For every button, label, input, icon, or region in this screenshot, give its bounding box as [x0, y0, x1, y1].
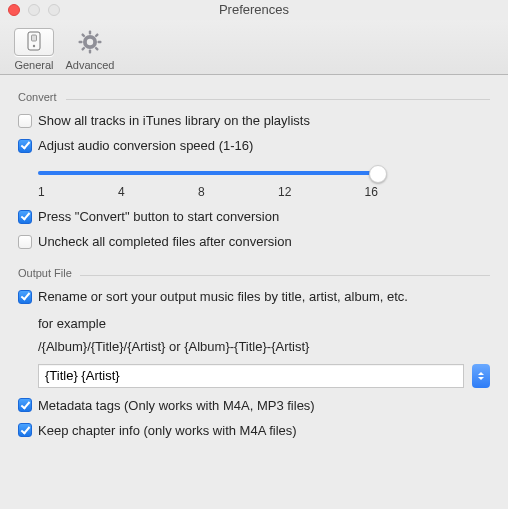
slider-thumb[interactable] — [369, 165, 387, 183]
close-button[interactable] — [8, 4, 20, 16]
slider-ticks: 1 4 8 12 16 — [38, 185, 378, 199]
svg-rect-7 — [98, 41, 102, 43]
svg-rect-5 — [89, 31, 91, 35]
adjust-speed-row[interactable]: Adjust audio conversion speed (1-16) — [18, 138, 490, 153]
svg-rect-11 — [81, 33, 86, 38]
svg-rect-6 — [89, 50, 91, 54]
rename-checkbox[interactable] — [18, 290, 32, 304]
preferences-window: Preferences General — [0, 0, 508, 509]
metadata-checkbox[interactable] — [18, 398, 32, 412]
press-convert-checkbox[interactable] — [18, 210, 32, 224]
rename-pattern-row — [38, 364, 490, 388]
rename-example-1: for example — [38, 314, 490, 335]
metadata-row[interactable]: Metadata tags (Only works with M4A, MP3 … — [18, 398, 490, 413]
show-all-tracks-row[interactable]: Show all tracks in iTunes library on the… — [18, 113, 490, 128]
rename-pattern-input[interactable] — [38, 364, 464, 388]
minimize-button[interactable] — [28, 4, 40, 16]
tick-4: 4 — [118, 185, 125, 199]
chapter-label: Keep chapter info (only works with M4A f… — [38, 423, 297, 438]
adjust-speed-checkbox[interactable] — [18, 139, 32, 153]
convert-section: Convert Show all tracks in iTunes librar… — [18, 91, 490, 249]
uncheck-completed-row[interactable]: Uncheck all completed files after conver… — [18, 234, 490, 249]
window-title: Preferences — [0, 0, 508, 20]
svg-point-4 — [87, 39, 93, 45]
svg-rect-9 — [94, 33, 99, 38]
uncheck-completed-label: Uncheck all completed files after conver… — [38, 234, 292, 249]
chapter-checkbox[interactable] — [18, 423, 32, 437]
switch-icon — [25, 31, 43, 53]
toolbar: General — [0, 20, 508, 75]
show-all-tracks-label: Show all tracks in iTunes library on the… — [38, 113, 310, 128]
tab-advanced-label: Advanced — [66, 59, 115, 71]
chevron-down-icon — [478, 377, 484, 380]
svg-rect-8 — [79, 41, 83, 43]
rename-row[interactable]: Rename or sort your output music files b… — [18, 289, 490, 304]
svg-rect-10 — [81, 46, 86, 51]
content: Convert Show all tracks in iTunes librar… — [0, 75, 508, 438]
svg-rect-1 — [32, 35, 37, 41]
tab-general[interactable]: General — [6, 28, 62, 74]
window-controls — [8, 4, 60, 16]
rename-token-menu-button[interactable] — [472, 364, 490, 388]
rename-label: Rename or sort your output music files b… — [38, 289, 408, 304]
adjust-speed-label: Adjust audio conversion speed (1-16) — [38, 138, 253, 153]
speed-slider[interactable]: 1 4 8 12 16 — [38, 163, 378, 199]
metadata-label: Metadata tags (Only works with M4A, MP3 … — [38, 398, 315, 413]
svg-point-2 — [33, 45, 35, 47]
uncheck-completed-checkbox[interactable] — [18, 235, 32, 249]
rename-example-2: /{Album}/{Title}/{Artist} or {Album}-{Ti… — [38, 337, 490, 358]
tab-advanced[interactable]: Advanced — [62, 30, 118, 74]
show-all-tracks-checkbox[interactable] — [18, 114, 32, 128]
svg-rect-12 — [94, 46, 99, 51]
slider-fill — [38, 171, 378, 175]
output-section: Output File Rename or sort your output m… — [18, 267, 490, 438]
output-title: Output File — [18, 267, 490, 279]
gear-icon — [77, 29, 103, 57]
press-convert-row[interactable]: Press "Convert" button to start conversi… — [18, 209, 490, 224]
chevron-up-icon — [478, 372, 484, 375]
press-convert-label: Press "Convert" button to start conversi… — [38, 209, 279, 224]
tick-16: 16 — [365, 185, 378, 199]
titlebar: Preferences — [0, 0, 508, 20]
tick-1: 1 — [38, 185, 45, 199]
tick-12: 12 — [278, 185, 291, 199]
tab-general-label: General — [14, 59, 53, 71]
zoom-button[interactable] — [48, 4, 60, 16]
chapter-row[interactable]: Keep chapter info (only works with M4A f… — [18, 423, 490, 438]
convert-title: Convert — [18, 91, 490, 103]
tick-8: 8 — [198, 185, 205, 199]
